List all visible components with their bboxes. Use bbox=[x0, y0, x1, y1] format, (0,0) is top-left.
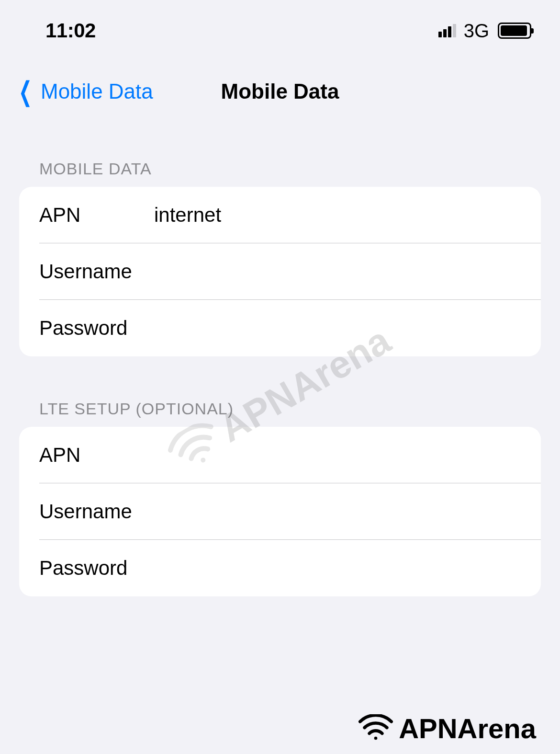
battery-icon bbox=[498, 23, 531, 39]
row-username[interactable]: Username bbox=[19, 243, 541, 300]
label-password: Password bbox=[39, 317, 154, 340]
navigation-bar: ❮ Mobile Data Mobile Data bbox=[0, 57, 560, 116]
wifi-icon bbox=[357, 714, 395, 743]
input-lte-apn[interactable] bbox=[154, 444, 521, 467]
section-header-lte: LTE SETUP (OPTIONAL) bbox=[19, 400, 541, 427]
input-password[interactable] bbox=[154, 317, 521, 340]
section-body-lte: APN Username Password bbox=[19, 427, 541, 596]
section-body-mobile-data: APN Username Password bbox=[19, 187, 541, 356]
input-apn[interactable] bbox=[154, 204, 521, 227]
status-time: 11:02 bbox=[45, 19, 96, 42]
signal-icon bbox=[438, 24, 456, 37]
status-bar: 11:02 3G bbox=[0, 0, 560, 57]
label-lte-username: Username bbox=[39, 500, 154, 523]
row-apn[interactable]: APN bbox=[19, 187, 541, 243]
section-mobile-data: MOBILE DATA APN Username Password bbox=[19, 160, 541, 356]
back-button[interactable]: ❮ Mobile Data bbox=[14, 76, 153, 107]
section-lte-setup: LTE SETUP (OPTIONAL) APN Username Passwo… bbox=[19, 400, 541, 596]
watermark-bottom-text: APNArena bbox=[399, 712, 536, 744]
section-header-mobile-data: MOBILE DATA bbox=[19, 160, 541, 187]
label-apn: APN bbox=[39, 204, 154, 227]
back-label: Mobile Data bbox=[41, 80, 153, 103]
watermark-bottom: APNArena bbox=[357, 712, 536, 744]
content: MOBILE DATA APN Username Password LTE SE… bbox=[0, 160, 560, 596]
network-type: 3G bbox=[464, 20, 489, 42]
input-lte-username[interactable] bbox=[154, 500, 521, 523]
chevron-left-icon: ❮ bbox=[19, 76, 32, 107]
row-lte-username[interactable]: Username bbox=[19, 483, 541, 540]
input-username[interactable] bbox=[154, 260, 521, 283]
label-lte-password: Password bbox=[39, 557, 154, 580]
status-indicators: 3G bbox=[438, 20, 531, 42]
row-lte-password[interactable]: Password bbox=[19, 540, 541, 596]
page-title: Mobile Data bbox=[221, 80, 339, 103]
label-username: Username bbox=[39, 260, 154, 283]
row-lte-apn[interactable]: APN bbox=[19, 427, 541, 483]
row-password[interactable]: Password bbox=[19, 300, 541, 356]
input-lte-password[interactable] bbox=[154, 557, 521, 580]
label-lte-apn: APN bbox=[39, 444, 154, 467]
